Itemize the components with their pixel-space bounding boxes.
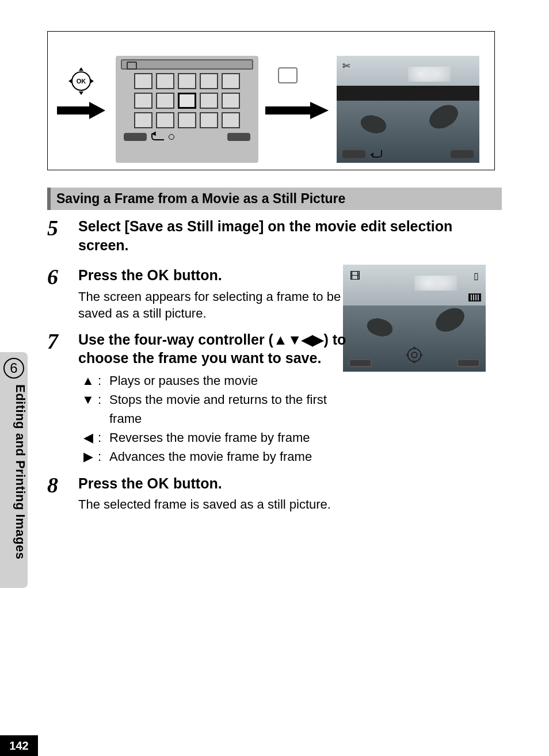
chapter-title: Editing and Printing Images bbox=[0, 382, 28, 583]
legend-text: Advances the movie frame by frame bbox=[109, 447, 312, 466]
down-arrow-icon: ▼ bbox=[78, 390, 98, 428]
step-title: Select [Save as Still image] on the movi… bbox=[78, 217, 502, 254]
palette-icon bbox=[178, 73, 196, 89]
step-title-text: Press the bbox=[78, 267, 147, 283]
palette-icon bbox=[200, 93, 218, 109]
ok-button-label: OK bbox=[147, 475, 170, 491]
page-number: 142 bbox=[0, 735, 38, 756]
up-arrow-icon: ▲ bbox=[78, 371, 98, 390]
soft-key-right bbox=[227, 133, 250, 141]
return-icon bbox=[151, 133, 164, 140]
blank-screen-icon bbox=[278, 67, 298, 83]
palette-icon bbox=[156, 112, 174, 128]
palette-icon bbox=[178, 112, 196, 128]
step-title: Use the four-way controller (▲▼◀▶) to ch… bbox=[78, 330, 349, 368]
step-title-text: button. bbox=[169, 475, 222, 491]
palette-icon bbox=[222, 73, 240, 89]
movie-edit-screen-preview: ✄ bbox=[337, 56, 479, 163]
step-number: 7 bbox=[47, 330, 78, 466]
soft-key-right bbox=[451, 150, 474, 158]
palette-icon bbox=[156, 73, 174, 89]
step-description: The selected frame is saved as a still p… bbox=[78, 496, 502, 513]
movie-edit-icon: ✄ bbox=[342, 60, 350, 71]
step-description: The screen appears for selecting a frame… bbox=[78, 288, 349, 322]
soft-key-left bbox=[342, 150, 365, 158]
step-number: 6 bbox=[47, 266, 78, 322]
colon: : bbox=[98, 371, 109, 390]
playback-mode-palette bbox=[116, 56, 258, 163]
arrow-right-icon bbox=[57, 102, 105, 119]
colon: : bbox=[98, 447, 109, 466]
palette-icon bbox=[200, 73, 218, 89]
step-title: Press the OK button. bbox=[78, 266, 349, 285]
palette-icon bbox=[156, 93, 174, 109]
palette-tab-bar bbox=[121, 59, 253, 70]
palette-icon bbox=[134, 112, 152, 128]
movie-edit-palette-icon bbox=[178, 93, 196, 109]
palette-icon bbox=[222, 93, 240, 109]
left-arrow-icon: ◀ bbox=[78, 428, 98, 447]
right-arrow-icon: ▶ bbox=[78, 447, 98, 466]
ok-label: OK bbox=[77, 78, 86, 85]
step-title-text: Press the bbox=[78, 475, 147, 491]
soft-key-left bbox=[124, 133, 147, 141]
section-heading: Saving a Frame from a Movie as a Still P… bbox=[47, 188, 502, 210]
return-icon bbox=[369, 149, 383, 158]
colon: : bbox=[98, 428, 109, 447]
four-way-legend: ▲ : Plays or pauses the movie ▼ : Stops … bbox=[78, 371, 349, 466]
step-number: 5 bbox=[47, 217, 78, 258]
ok-button-label: OK bbox=[147, 267, 170, 283]
chapter-number-badge: 6 bbox=[3, 358, 24, 379]
arrow-right-icon bbox=[265, 102, 329, 119]
step-title: Press the OK button. bbox=[78, 474, 502, 493]
palette-icon bbox=[134, 93, 152, 109]
navigation-diagram: OK bbox=[47, 31, 495, 170]
legend-text: Reverses the movie frame by frame bbox=[109, 428, 310, 447]
palette-icon bbox=[222, 112, 240, 128]
step-number: 8 bbox=[47, 474, 78, 513]
palette-icon bbox=[200, 112, 218, 128]
palette-icon bbox=[134, 73, 152, 89]
colon: : bbox=[98, 390, 109, 428]
center-dot-icon bbox=[169, 134, 174, 140]
ok-four-way-icon: OK bbox=[65, 65, 97, 97]
step-title-text: button. bbox=[169, 267, 222, 283]
legend-text: Stops the movie and returns to the first… bbox=[109, 390, 349, 428]
legend-text: Plays or pauses the movie bbox=[109, 371, 258, 390]
